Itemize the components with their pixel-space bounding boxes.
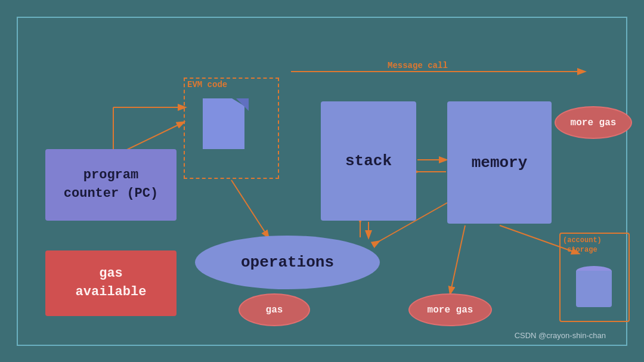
memory-box: memory bbox=[447, 101, 552, 224]
gas-middle-label: more gas bbox=[428, 305, 473, 315]
gas-available-box: gasavailable bbox=[45, 250, 177, 316]
doc-body bbox=[203, 98, 244, 149]
more-gas-top-label: more gas bbox=[571, 117, 617, 128]
gas-ellipse-middle: more gas bbox=[408, 293, 492, 326]
program-counter-label: programcounter (PC) bbox=[64, 166, 158, 203]
gas-left-label: gas bbox=[266, 305, 283, 315]
gas-ellipse-left: gas bbox=[239, 293, 310, 326]
gas-available-label: gasavailable bbox=[76, 265, 147, 302]
more-gas-top-ellipse: more gas bbox=[555, 106, 632, 139]
svg-line-2 bbox=[231, 180, 268, 237]
program-counter-box: programcounter (PC) bbox=[45, 149, 177, 221]
cylinder-top-shadow bbox=[576, 271, 612, 277]
watermark: CSDN @crayon-shin-chan bbox=[515, 331, 606, 340]
operations-label: operations bbox=[241, 253, 334, 271]
svg-line-9 bbox=[450, 225, 465, 293]
cylinder-icon bbox=[571, 262, 616, 307]
stack-box: stack bbox=[321, 101, 416, 221]
account-storage-label: (account)storage bbox=[563, 236, 602, 255]
main-diagram: Message call programcounter (PC) gasavai… bbox=[17, 17, 627, 346]
cylinder-body bbox=[576, 274, 612, 307]
stack-label: stack bbox=[345, 152, 392, 170]
memory-label: memory bbox=[472, 154, 528, 172]
evm-document-icon bbox=[203, 98, 250, 155]
message-call-label: Message call bbox=[388, 61, 448, 70]
evm-code-label: EVM code bbox=[187, 80, 227, 89]
operations-ellipse: operations bbox=[195, 236, 380, 289]
